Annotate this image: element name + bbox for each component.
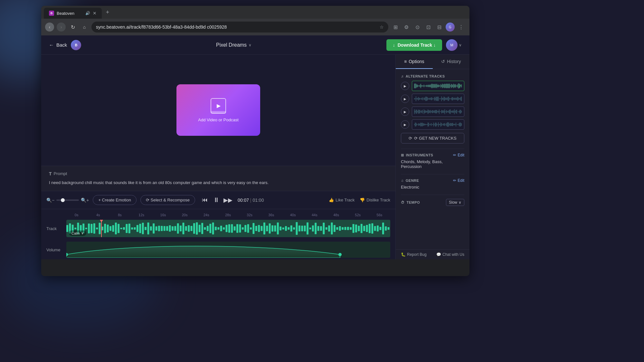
dislike-track-button[interactable]: 👎 Dislike Track — [360, 198, 390, 202]
zoom-in-icon[interactable]: 🔍+ — [81, 198, 89, 203]
svg-rect-330 — [438, 122, 439, 127]
like-track-button[interactable]: 👍 Like Track — [329, 198, 355, 202]
tab-close-button[interactable]: ✕ — [93, 11, 97, 16]
svg-rect-60 — [228, 224, 230, 233]
browser-home-button[interactable]: ⌂ — [80, 23, 89, 32]
svg-rect-106 — [353, 224, 355, 233]
svg-rect-252 — [424, 109, 424, 114]
browser-back-button[interactable]: ‹ — [45, 23, 54, 32]
svg-rect-114 — [374, 226, 376, 231]
download-track-button[interactable]: ↓ Download Track ↓ — [386, 39, 442, 51]
zoom-slider[interactable] — [56, 200, 79, 201]
back-button[interactable]: ← Back — [49, 42, 67, 48]
svg-rect-194 — [425, 97, 426, 101]
vol-handle-right[interactable] — [338, 253, 342, 256]
new-tab-button[interactable]: + — [103, 8, 112, 17]
browser-forward-button[interactable]: › — [57, 23, 66, 32]
track-waveform-container[interactable]: Calm ∨ — [66, 220, 390, 237]
browser-address-bar[interactable]: sync.beatoven.ai/track/f8783d66-53bf-48a… — [91, 22, 388, 32]
back-arrow-icon: ← — [49, 42, 54, 48]
svg-rect-225 — [450, 98, 451, 99]
svg-rect-306 — [419, 124, 420, 125]
tools-icon[interactable]: ⊙ — [413, 23, 422, 32]
volume-track[interactable] — [66, 242, 390, 258]
svg-rect-323 — [432, 124, 433, 125]
svg-rect-27 — [139, 224, 141, 233]
sidebar-content: ♬ ALTERNATE TRACKS ▶ — [396, 69, 469, 213]
svg-rect-197 — [428, 97, 428, 100]
bookmark-icon[interactable]: ☆ — [380, 24, 384, 30]
sync-icon[interactable]: ⊡ — [424, 23, 433, 32]
svg-rect-146 — [435, 84, 436, 88]
svg-rect-319 — [429, 124, 430, 125]
download-label: Download Track ↓ — [398, 42, 436, 48]
tempo-select[interactable]: Slow ∨ — [446, 199, 464, 206]
svg-rect-336 — [443, 123, 443, 125]
browser-refresh-button[interactable]: ↻ — [68, 23, 77, 32]
svg-rect-83 — [290, 226, 292, 232]
svg-rect-251 — [423, 111, 423, 112]
svg-rect-236 — [459, 98, 459, 99]
svg-rect-207 — [436, 97, 436, 101]
tab-history[interactable]: ↺ History — [433, 55, 470, 69]
svg-rect-303 — [416, 124, 417, 125]
tempo-section: ⏱ TEMPO Slow ∨ — [401, 195, 464, 208]
svg-rect-186 — [419, 98, 420, 100]
svg-rect-66 — [244, 225, 246, 232]
svg-rect-11 — [96, 227, 98, 229]
tab-options[interactable]: ≡ Options — [396, 55, 433, 69]
svg-rect-73 — [263, 222, 265, 234]
chrome-icon[interactable]: ⊟ — [435, 23, 444, 32]
alt-track-3-waveform[interactable] — [412, 107, 464, 117]
genre-value: Electronic — [401, 185, 464, 190]
alt-track-2-play-button[interactable]: ▶ — [401, 95, 409, 103]
title-chevron-icon[interactable]: ∨ — [249, 43, 251, 47]
svg-rect-182 — [416, 96, 416, 101]
browser-tab[interactable]: B Beatoven 🔊 ✕ — [44, 8, 102, 19]
skip-forward-button[interactable]: ▶▶ — [223, 196, 232, 205]
settings-icon[interactable]: ⚙ — [402, 23, 411, 32]
svg-rect-215 — [442, 98, 443, 100]
genre-edit-button[interactable]: ✏ Edit — [453, 178, 464, 183]
svg-rect-52 — [207, 226, 209, 231]
time-marker-36: 36s — [260, 213, 282, 217]
svg-rect-172 — [456, 85, 456, 88]
browser-menu-button[interactable]: ⋮ — [457, 23, 466, 32]
add-video-button[interactable]: Add Video or Podcast — [176, 84, 260, 136]
alt-track-1-play-button[interactable]: ▶ — [401, 82, 409, 90]
alt-track-4-waveform[interactable] — [412, 119, 464, 130]
zoom-out-icon[interactable]: 🔍− — [46, 198, 54, 203]
svg-rect-30 — [147, 223, 149, 235]
svg-rect-29 — [145, 227, 147, 230]
user-avatar[interactable]: M — [446, 39, 458, 51]
browser-tab-bar: B Beatoven 🔊 ✕ + — [41, 6, 469, 19]
svg-rect-96 — [326, 227, 327, 230]
get-new-tracks-button[interactable]: ⟳ ⟳ GET NEW TRACKS — [401, 133, 464, 144]
chat-button[interactable]: 💬 Chat with Us — [436, 252, 464, 257]
create-emotion-button[interactable]: + Create Emotion — [93, 195, 137, 205]
svg-rect-327 — [436, 122, 436, 127]
extensions-icon[interactable]: ⊞ — [391, 23, 400, 32]
emotion-badge[interactable]: Calm ∨ — [69, 230, 86, 236]
alt-track-1-waveform[interactable]: ✓ — [412, 81, 464, 91]
svg-rect-111 — [366, 225, 368, 232]
svg-rect-164 — [449, 84, 450, 88]
svg-rect-299 — [461, 111, 462, 113]
browser-profile-button[interactable]: G — [446, 23, 455, 32]
svg-rect-242 — [416, 109, 416, 114]
alt-track-4-play-button[interactable]: ▶ — [401, 120, 409, 129]
alt-track-2-waveform[interactable] — [412, 94, 464, 104]
svg-rect-151 — [439, 85, 440, 87]
pause-button[interactable]: ⏸ — [212, 196, 221, 205]
select-recompose-button[interactable]: ⟳ Select & Recompose — [140, 195, 195, 205]
svg-rect-31 — [150, 226, 152, 230]
svg-rect-145 — [434, 84, 435, 88]
report-bug-button[interactable]: 🐛 Report Bug — [401, 252, 427, 257]
alt-track-3-play-button[interactable]: ▶ — [401, 107, 409, 116]
alt-track-1: ▶ ✓ — [401, 81, 464, 91]
instruments-edit-button[interactable]: ✏ Edit — [453, 153, 464, 157]
user-chevron-icon[interactable]: ∨ — [459, 43, 462, 47]
svg-rect-81 — [285, 226, 287, 231]
skip-back-button[interactable]: ⏮ — [200, 196, 209, 205]
svg-rect-253 — [424, 110, 425, 113]
